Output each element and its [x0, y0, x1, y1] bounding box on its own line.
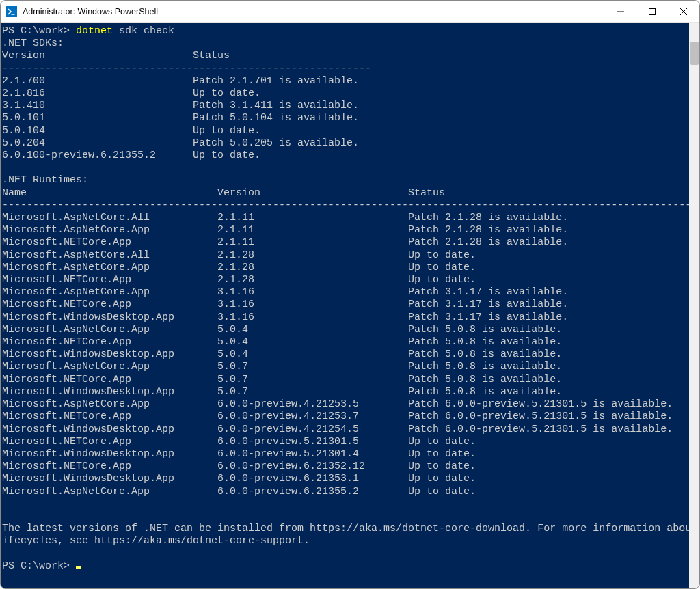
terminal-output: PS C:\work> dotnet sdk check .NET SDKs: …	[2, 25, 688, 573]
title-bar[interactable]: Administrator: Windows PowerShell	[1, 1, 699, 23]
terminal-viewport[interactable]: PS C:\work> dotnet sdk check .NET SDKs: …	[1, 23, 689, 588]
close-button[interactable]	[668, 1, 699, 22]
maximize-button[interactable]	[636, 1, 668, 22]
scrollbar-thumb[interactable]	[690, 42, 699, 65]
vertical-scrollbar[interactable]	[689, 23, 699, 588]
svg-rect-3	[649, 8, 656, 14]
powershell-icon	[6, 6, 17, 17]
minimize-button[interactable]	[605, 1, 636, 22]
window-title: Administrator: Windows PowerShell	[23, 7, 158, 16]
window-controls	[605, 1, 699, 22]
terminal-body[interactable]: PS C:\work> dotnet sdk check .NET SDKs: …	[1, 23, 699, 588]
powershell-window: Administrator: Windows PowerShell PS C:\…	[0, 0, 700, 589]
